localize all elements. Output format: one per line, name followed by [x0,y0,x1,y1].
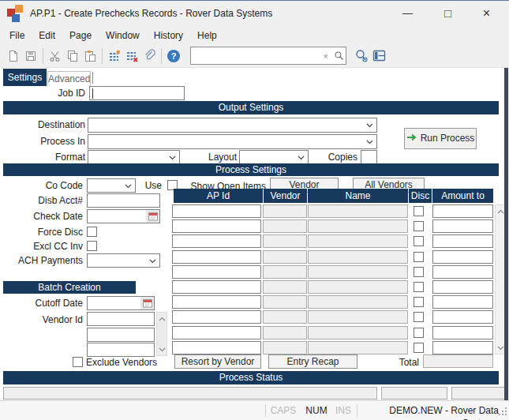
tab-settings[interactable]: Settings [3,69,47,86]
grid-ap-id-input[interactable] [172,250,261,264]
grid-vendor-field [263,250,307,264]
cutoff-date-calendar-icon[interactable] [140,297,154,309]
grid-header-amount: Amount to Pay [432,189,493,203]
paste-icon[interactable] [81,47,99,65]
vendor-id-input[interactable] [87,328,155,342]
grid-ap-id-input[interactable] [172,265,261,279]
grid-header-vendor: Vendor [264,189,307,203]
menu-window[interactable]: Window [99,28,147,43]
exclude-vendors-checkbox[interactable] [73,357,83,367]
grid-amount-input[interactable] [432,219,493,233]
grid-ap-id-input[interactable] [172,204,261,218]
layout-view-icon[interactable] [370,47,387,65]
grid-amount-input[interactable] [432,234,493,248]
grid-disc-checkbox[interactable] [414,297,424,307]
process-settings-header: Process Settings [3,163,499,176]
destination-select[interactable] [88,118,377,133]
grid-amount-input[interactable] [432,204,493,218]
grid-name-field [308,204,408,218]
maximize-button[interactable]: □ [430,2,466,25]
menu-bar: File Edit Page Window History Help [0,26,224,44]
entry-recap-button[interactable]: Entry Recap [268,354,357,369]
process-in-label: Process In [0,134,85,148]
batch-creation-header: Batch Creation [3,281,136,294]
grid-disc-checkbox[interactable] [414,328,424,338]
resort-by-vendor-button[interactable]: Resort by Vendor [174,354,261,369]
grid-amount-input[interactable] [432,295,493,309]
resize-grip[interactable] [499,407,507,418]
search-box: × [190,47,346,65]
attach-icon[interactable] [140,47,158,65]
process-status-header: Process Status [3,371,499,384]
text-caret [92,88,93,99]
grid-ap-id-input[interactable] [172,219,261,233]
co-code-select[interactable] [87,178,136,193]
grid-disc-checkbox[interactable] [414,343,424,353]
cutoff-date-input[interactable] [87,296,155,310]
cut-icon[interactable] [47,47,64,65]
minimize-button[interactable]: — [390,2,425,25]
grid-name-field [308,341,408,354]
toolbar-separator [102,48,103,64]
copies-input[interactable] [361,150,377,164]
grid-disc-checkbox[interactable] [414,312,424,322]
process-status-field [451,387,505,399]
insert-row-icon[interactable] [106,47,123,65]
destination-label: Destination [0,118,85,132]
grid-ap-id-input[interactable] [172,341,261,354]
grid-ap-id-input[interactable] [172,280,261,294]
toolbar-separator [161,48,162,64]
grid-disc-checkbox[interactable] [414,236,424,246]
search-icon[interactable] [331,47,346,65]
job-id-input[interactable] [89,86,185,100]
grid-ap-id-input[interactable] [172,326,261,339]
grid-ap-id-input[interactable] [172,295,261,309]
menu-edit[interactable]: Edit [32,28,62,43]
grid-name-field [308,250,408,264]
copy-icon[interactable] [64,47,81,65]
co-code-label: Co Code [0,178,83,193]
grid-disc-checkbox[interactable] [414,267,424,277]
grid-name-field [308,280,408,294]
grid-amount-input[interactable] [432,280,493,294]
menu-history[interactable]: History [147,28,190,43]
grid-row [0,204,504,218]
window-title: AP.P1 - Create Prechecks Records - Rover… [30,8,272,19]
menu-page[interactable]: Page [62,28,99,43]
tab-advanced[interactable]: Advanced [47,71,91,86]
search-input[interactable] [191,49,320,62]
grid-ap-id-input[interactable] [172,234,261,248]
search-clear-icon[interactable]: × [320,51,331,61]
grid-vendor-field [263,280,307,294]
grid-amount-input[interactable] [432,250,493,264]
scroll-up-icon[interactable] [157,313,167,324]
app-icon-blue-square [12,14,20,22]
delete-row-icon[interactable] [123,47,140,65]
grid-amount-input[interactable] [432,310,493,324]
grid-row [0,326,504,339]
grid-disc-checkbox[interactable] [414,221,424,231]
find-record-icon[interactable] [353,47,370,65]
menu-file[interactable]: File [2,28,32,43]
grid-amount-input[interactable] [432,341,493,354]
grid-amount-input[interactable] [432,265,493,279]
process-in-select[interactable] [88,134,377,149]
work-area: Settings Advanced Job ID Output Settings… [0,68,504,399]
grid-name-field [308,295,408,309]
grid-header-name: Name [308,189,408,203]
grid-name-field [308,310,408,324]
grid-ap-id-input[interactable] [172,310,261,324]
close-button[interactable]: × [469,2,504,25]
run-process-button[interactable]: Run Process [404,128,477,149]
grid-disc-checkbox[interactable] [414,252,424,262]
help-icon[interactable]: ? [165,47,182,65]
new-document-icon[interactable] [5,47,22,65]
save-icon[interactable] [22,47,39,65]
vendor-id-input[interactable] [87,312,155,326]
scroll-down-icon[interactable] [157,344,167,354]
menu-help[interactable]: Help [190,28,224,43]
vendor-id-scrollbar[interactable] [156,312,167,356]
grid-disc-checkbox[interactable] [414,206,424,216]
grid-amount-input[interactable] [432,326,493,339]
grid-disc-checkbox[interactable] [414,282,424,292]
